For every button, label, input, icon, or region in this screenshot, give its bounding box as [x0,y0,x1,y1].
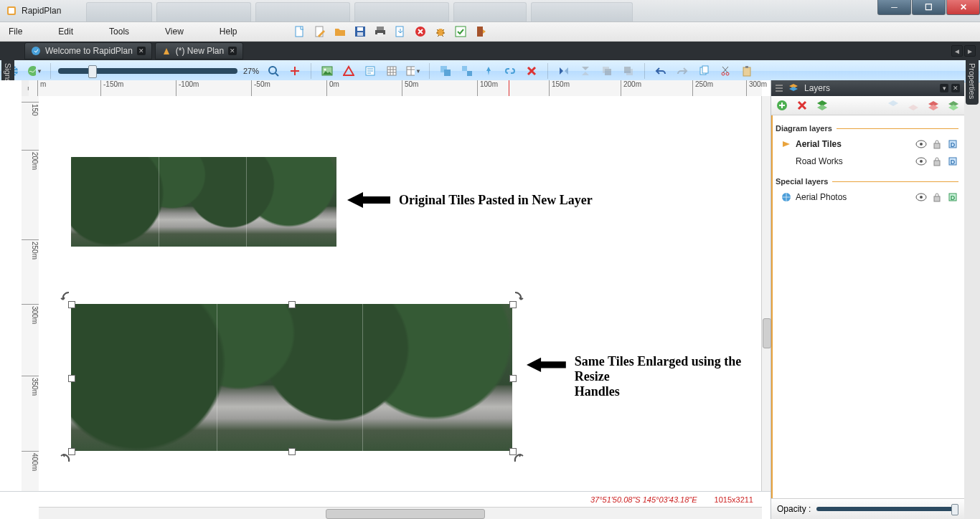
redo-button[interactable] [674,62,691,80]
layer-up-icon[interactable] [887,99,900,112]
bring-front-button[interactable] [620,62,637,80]
plan-tab-icon [161,46,171,56]
rotate-handle-se[interactable] [512,452,525,465]
open-folder-icon[interactable] [334,25,347,38]
pin-button[interactable] [480,62,497,80]
edit-doc-icon[interactable] [314,25,326,38]
copy-icon [698,65,710,77]
export-icon[interactable] [394,25,407,38]
rotate-handle-ne[interactable] [512,290,525,303]
tab-welcome[interactable]: Welcome to RapidPlan ✕ [24,42,152,59]
tab-new-plan[interactable]: (*) New Plan ✕ [155,42,243,59]
check-icon[interactable] [454,25,467,38]
grid-button[interactable] [383,62,400,80]
visibility-toggle-icon[interactable] [915,156,927,167]
zoom-fit-button[interactable] [265,62,282,80]
menu-view[interactable]: View [156,22,211,41]
image-button[interactable] [319,62,336,80]
lock-toggle-icon[interactable] [931,191,943,203]
canvas[interactable]: Original Tiles Pasted in New Layer Same … [39,96,762,503]
rotate-handle-nw[interactable] [59,290,72,303]
add-layer-icon[interactable] [776,99,788,112]
delete-button[interactable] [523,62,540,80]
ruler-horizontal: m-150m-100m-50m0m50m100m150m200m250m300m [29,80,762,97]
flip-v-button[interactable] [577,62,594,80]
hscroll-thumb[interactable] [326,509,485,519]
layer-row-aerial-photos[interactable]: Aerial Photos D [776,189,958,206]
resize-handle-s[interactable] [288,448,296,455]
svg-marker-47 [347,192,390,208]
delete-layer-icon[interactable] [796,99,809,112]
panel-grip-icon[interactable] [776,85,783,92]
layers-panel-header[interactable]: Layers ▾ ✕ [771,80,964,96]
tab-scroll-left-icon[interactable]: ◄ [951,45,963,57]
bring-front-icon [623,65,634,77]
tab-scroll-right-icon[interactable]: ► [964,45,976,57]
layer-down-icon[interactable] [907,99,920,112]
window-minimize-button[interactable]: ─ [877,0,911,15]
undo-button[interactable] [652,62,669,80]
aerial-tiles-original[interactable] [71,157,336,247]
copy-button[interactable] [695,62,712,80]
window-close-button[interactable]: ✕ [946,0,980,15]
resize-handle-n[interactable] [288,301,296,308]
menu-edit[interactable]: Edit [50,22,100,41]
form-button[interactable] [362,62,379,80]
cancel-icon[interactable] [414,25,427,38]
snap-toggle-icon[interactable]: D [947,156,958,167]
snap-toggle-icon[interactable]: D [947,138,958,150]
canvas-vscrollbar[interactable] [761,96,771,503]
print-icon[interactable] [374,25,387,38]
diagram-layers-label: Diagram layers [776,124,832,133]
rotate-handle-sw[interactable] [59,452,72,465]
warning-button[interactable] [340,62,357,80]
opacity-slider[interactable] [816,507,958,511]
resize-handle-e[interactable] [509,375,517,382]
svg-text:D: D [951,158,956,166]
svg-rect-1 [9,8,14,14]
resize-handle-w[interactable] [68,375,75,382]
link-button[interactable] [501,62,519,80]
table-button[interactable]: ▼ [405,62,422,80]
window-maximize-button[interactable]: ☐ [912,0,946,15]
layer-name: Aerial Photos [796,192,911,202]
vscroll-thumb[interactable] [763,318,771,348]
layer-row-aerial-tiles[interactable]: Aerial Tiles D [776,135,958,153]
merge-layer-icon[interactable] [816,99,829,112]
svg-marker-57 [928,105,938,110]
svg-rect-30 [444,70,451,76]
menu-help[interactable]: Help [211,22,265,41]
cut-button[interactable] [717,62,734,80]
send-back-button[interactable] [598,62,616,80]
aerial-tiles-enlarged[interactable] [71,304,512,451]
lock-toggle-icon[interactable] [931,156,943,167]
visibility-toggle-icon[interactable] [915,138,927,150]
bug-icon[interactable] [434,25,447,38]
menu-file[interactable]: File [0,22,50,41]
layer-flatten-icon[interactable] [927,99,940,112]
tab-welcome-close-icon[interactable]: ✕ [137,47,146,55]
panel-menu-button[interactable]: ▾ [940,84,948,92]
new-doc-icon[interactable] [293,25,306,38]
lock-toggle-icon[interactable] [931,138,943,150]
opacity-label: Opacity : [777,504,811,514]
snap-toggle-icon[interactable]: D [947,191,958,203]
exit-icon[interactable] [474,25,487,38]
menu-tools[interactable]: Tools [100,22,156,41]
crosshair-button[interactable] [286,62,303,80]
paste-button[interactable] [738,62,755,80]
panel-close-button[interactable]: ✕ [951,84,960,92]
active-layer-arrow-icon [781,139,791,149]
flip-h-button[interactable] [555,62,573,80]
layer-dup-icon[interactable] [947,99,960,112]
zoom-slider[interactable] [58,68,237,74]
canvas-hscrollbar[interactable] [39,507,762,519]
tab-new-plan-close-icon[interactable]: ✕ [228,47,237,55]
layer-row-road-works[interactable]: Road Works D [776,153,958,170]
save-icon[interactable] [354,25,367,38]
basemap-button[interactable]: ▼ [26,62,43,80]
visibility-toggle-icon[interactable] [915,191,927,203]
group-button[interactable] [437,62,454,80]
ungroup-button[interactable] [458,62,476,80]
layer-name: Aerial Tiles [796,139,911,149]
